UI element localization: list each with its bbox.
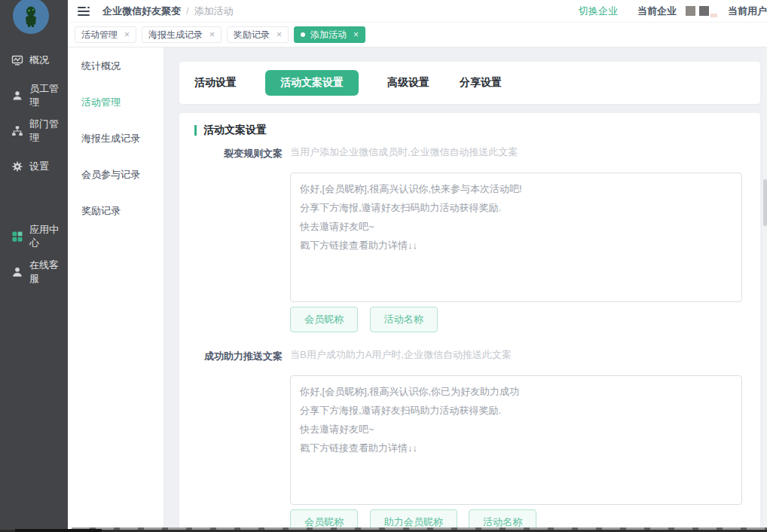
sidebar-item-member-participation[interactable]: 会员参与记录 [81,168,163,183]
tab-tag-activity-management[interactable]: 活动管理 × [75,26,136,43]
sidebar-nav: 概况 员工管理 部门管理 [0,53,68,300]
section-title: 活动文案设置 [203,124,267,137]
tab-tag-label: 添加活动 [310,29,347,40]
insert-assist-member-nickname-button[interactable]: 助力会员昵称 [370,509,457,527]
tab-tag-add-activity[interactable]: 添加活动 × [294,26,365,43]
sidebar-item-activity-management[interactable]: 活动管理 [81,96,163,111]
sidebar-item-settings[interactable]: 设置 [0,159,68,174]
app-sidebar: 概况 员工管理 部门管理 [0,0,68,532]
form-row-fission-rule-copy: 裂变规则文案 当用户添加企业微信成员时,企业微信自动推送此文案 你好,[会员昵称… [179,145,760,332]
company-logo-block [699,6,709,16]
sidebar-item-poster-records[interactable]: 海报生成记录 [81,132,163,147]
tab-tag-poster-records[interactable]: 海报生成记录 × [142,26,222,43]
sidebar-item-overview[interactable]: 概况 [0,53,68,68]
field-hint: 当用户添加企业微信成员时,企业微信自动推送此文案 [290,145,742,159]
tag-close-icon[interactable]: × [277,29,282,40]
gear-icon [11,161,23,173]
tab-tag-label: 活动管理 [81,29,118,40]
mascot-icon [21,5,41,27]
department-icon [11,125,23,137]
breadcrumb-separator: / [186,5,189,17]
sidebar-item-label: 应用中心 [29,223,68,250]
company-logo-block [710,14,717,17]
top-header: 企业微信好友聚变 / 添加活动 切换企业 当前企业 当前用户 [68,0,767,23]
breadcrumb-current: 添加活动 [194,5,234,18]
sidebar-item-departments[interactable]: 部门管理 [0,124,68,139]
insert-activity-name-button[interactable]: 活动名称 [370,307,438,332]
main-content: 活动设置 活动文案设置 高级设置 分享设置 活动文案设置 裂变规则文案 当用户添… [164,47,767,527]
settings-tab-card: 活动设置 活动文案设置 高级设置 分享设置 [179,62,760,104]
active-tag-dot [301,32,305,37]
current-company-label: 当前企业 [637,5,677,18]
tag-close-icon[interactable]: × [124,29,130,40]
field-label: 成功助力推送文案 [179,348,283,527]
sidebar-item-statistics-overview[interactable]: 统计概况 [81,60,163,75]
insert-member-nickname-button[interactable]: 会员昵称 [290,509,358,527]
employee-icon [11,90,23,102]
assist-success-copy-textarea[interactable]: 你好,[会员昵称],很高兴认识你,你已为好友助力成功 分享下方海报,邀请好友扫码… [290,375,742,505]
sidebar-item-reward-records[interactable]: 奖励记录 [81,204,163,219]
tab-tag-reward-records[interactable]: 奖励记录 × [227,26,289,43]
insert-member-nickname-button[interactable]: 会员昵称 [290,307,358,332]
sidebar-item-label: 概况 [29,54,49,67]
dashboard-icon [11,54,23,66]
section-header: 活动文案设置 [194,123,760,138]
field-body: 当B用户成功助力A用户时,企业微信自动推送此文案 你好,[会员昵称],很高兴认识… [290,348,742,527]
insert-activity-name-button[interactable]: 活动名称 [469,509,536,527]
form-row-assist-success-copy: 成功助力推送文案 当B用户成功助力A用户时,企业微信自动推送此文案 你好,[会员… [179,348,760,527]
insert-variable-buttons: 会员昵称 活动名称 [290,307,742,332]
vertical-scrollbar-thumb[interactable] [763,179,767,226]
sidebar-item-app-center[interactable]: 应用中心 [0,229,68,244]
module-sidebar: 统计概况 活动管理 海报生成记录 会员参与记录 奖励记录 [68,47,164,527]
copy-settings-panel: 活动文案设置 裂变规则文案 当用户添加企业微信成员时,企业微信自动推送此文案 你… [179,113,760,527]
sidebar-item-label: 设置 [29,160,49,173]
section-accent-bar [194,125,197,136]
field-body: 当用户添加企业微信成员时,企业微信自动推送此文案 你好,[会员昵称],很高兴认识… [290,145,742,332]
collapse-menu-icon[interactable] [77,6,90,17]
company-logo-block [686,6,695,16]
switch-company-link[interactable]: 切换企业 [579,5,618,18]
tab-tag-label: 海报生成记录 [148,29,203,40]
app-logo-avatar [13,0,49,34]
tab-activity-settings[interactable]: 活动设置 [193,70,238,96]
sidebar-item-online-service[interactable]: 在线客服 [0,264,68,280]
app-grid-icon [11,231,23,243]
sidebar-item-employees[interactable]: 员工管理 [0,88,68,103]
current-user-label: 当前用户 [728,5,767,18]
tag-close-icon[interactable]: × [353,29,359,40]
copy-settings-form: 裂变规则文案 当用户添加企业微信成员时,企业微信自动推送此文案 你好,[会员昵称… [179,145,760,527]
open-tabs-bar: 活动管理 × 海报生成记录 × 奖励记录 × 添加活动 × [68,23,767,47]
fission-rule-copy-textarea[interactable]: 你好,[会员昵称],很高兴认识你,快来参与本次活动吧! 分享下方海报,邀请好友扫… [290,173,742,302]
field-label: 裂变规则文案 [179,145,283,332]
tab-share-settings[interactable]: 分享设置 [458,70,503,96]
sidebar-item-label: 员工管理 [29,82,68,109]
sidebar-item-label: 部门管理 [29,118,68,145]
vertical-scrollbar-track[interactable] [763,47,767,527]
tag-close-icon[interactable]: × [209,29,215,40]
breadcrumb-root[interactable]: 企业微信好友聚变 [102,5,181,18]
tab-tag-label: 奖励记录 [234,29,270,40]
tab-copy-settings[interactable]: 活动文案设置 [265,70,359,96]
customer-service-icon [11,266,23,278]
sidebar-item-label: 在线客服 [29,258,68,286]
tab-advanced-settings[interactable]: 高级设置 [386,70,431,96]
bottom-edge-strip [15,529,102,532]
insert-variable-buttons: 会员昵称 助力会员昵称 活动名称 [290,509,742,527]
field-hint: 当B用户成功助力A用户时,企业微信自动推送此文案 [290,348,742,362]
